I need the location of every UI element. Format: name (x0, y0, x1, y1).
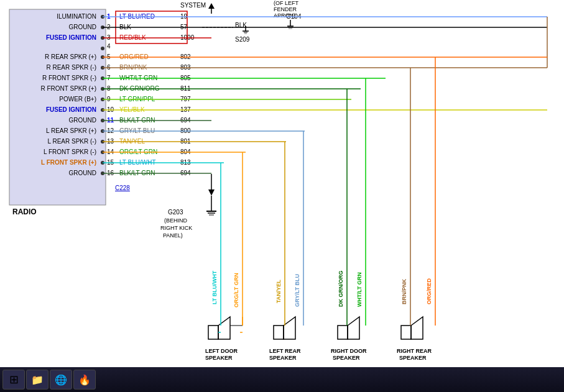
svg-text:GROUND: GROUND (69, 170, 96, 176)
svg-text:R REAR SPKR (+): R REAR SPKR (+) (45, 53, 96, 60)
svg-text:R FRONT SPKR (+): R FRONT SPKR (+) (40, 85, 96, 92)
svg-text:TAN/YEL: TAN/YEL (275, 280, 282, 303)
svg-text:R REAR SPKR (-): R REAR SPKR (-) (46, 64, 96, 71)
svg-marker-115 (208, 189, 215, 196)
app-button[interactable]: 🔥 (73, 370, 96, 390)
svg-text:LEFT DOOR: LEFT DOOR (205, 348, 238, 354)
svg-marker-144 (284, 317, 295, 339)
svg-text:C228: C228 (115, 185, 130, 191)
svg-text:RIGHT KICK: RIGHT KICK (160, 225, 192, 231)
svg-point-7 (101, 47, 104, 50)
svg-text:FUSED IGNITION: FUSED IGNITION (46, 34, 96, 41)
svg-text:APRON): APRON) (274, 12, 295, 19)
file-explorer-button[interactable]: 📁 (26, 370, 49, 390)
svg-text:LEFT REAR: LEFT REAR (269, 348, 301, 354)
svg-rect-139 (208, 326, 218, 339)
svg-text:(BEHIND: (BEHIND (164, 217, 188, 224)
svg-text:ORG/RED: ORG/RED (426, 278, 432, 304)
svg-marker-148 (348, 317, 359, 339)
svg-text:SPEAKER: SPEAKER (269, 355, 297, 361)
svg-text:SYSTEM: SYSTEM (180, 2, 206, 9)
svg-text:FENDER: FENDER (274, 6, 297, 12)
svg-text:4: 4 (107, 43, 111, 50)
svg-text:PANEL): PANEL) (163, 232, 183, 239)
svg-text:RADIO: RADIO (12, 207, 37, 216)
svg-text:G203: G203 (168, 209, 183, 216)
svg-text:GROUND: GROUND (69, 24, 96, 30)
svg-text:ILUMINATION: ILUMINATION (57, 13, 96, 20)
taskbar: ⊞ 📁 🌐 🔥 (0, 367, 564, 392)
start-button[interactable]: ⊞ (2, 370, 25, 390)
svg-text:L FRONT SPKR (+): L FRONT SPKR (+) (41, 159, 96, 166)
svg-text:SPEAKER: SPEAKER (333, 355, 360, 361)
svg-marker-152 (411, 317, 423, 339)
svg-text:R FRONT SPKR (-): R FRONT SPKR (-) (42, 75, 96, 81)
svg-text:(OF LEFT: (OF LEFT (274, 0, 299, 6)
svg-text:POWER (B+): POWER (B+) (59, 96, 96, 103)
svg-text:RIGHT REAR: RIGHT REAR (397, 348, 432, 354)
svg-text:GRY/LT BLU: GRY/LT BLU (294, 274, 300, 307)
wire-diagram-svg: ILUMINATION GROUND FUSED IGNITION R REAR… (0, 0, 564, 373)
svg-text:L FRONT SPKR (-): L FRONT SPKR (-) (44, 148, 96, 155)
svg-text:SPEAKER: SPEAKER (205, 355, 233, 361)
svg-text:WHT/LT GRN: WHT/LT GRN (356, 272, 363, 307)
svg-text:DK GRN/ORG: DK GRN/ORG (338, 271, 344, 308)
svg-text:GROUND: GROUND (69, 117, 96, 124)
svg-marker-140 (218, 317, 230, 339)
svg-text:LT BLU/WHT: LT BLU/WHT (211, 270, 218, 304)
svg-text:BRN/PNK: BRN/PNK (401, 278, 407, 304)
svg-rect-143 (274, 326, 284, 339)
svg-text:S209: S209 (235, 36, 250, 43)
svg-text:L REAR SPKR (-): L REAR SPKR (-) (47, 138, 96, 145)
svg-rect-147 (338, 326, 348, 339)
wiring-diagram: ILUMINATION GROUND FUSED IGNITION R REAR… (0, 0, 564, 373)
svg-text:RIGHT DOOR: RIGHT DOOR (331, 348, 367, 354)
svg-rect-151 (401, 326, 411, 339)
svg-marker-81 (208, 3, 215, 9)
svg-text:L REAR SPKR (+): L REAR SPKR (+) (46, 127, 96, 134)
svg-text:FUSED IGNITION: FUSED IGNITION (46, 106, 96, 113)
svg-text:ORG/LT GRN: ORG/LT GRN (233, 273, 239, 308)
browser-button[interactable]: 🌐 (50, 370, 72, 390)
svg-text:SPEAKER: SPEAKER (399, 355, 427, 361)
